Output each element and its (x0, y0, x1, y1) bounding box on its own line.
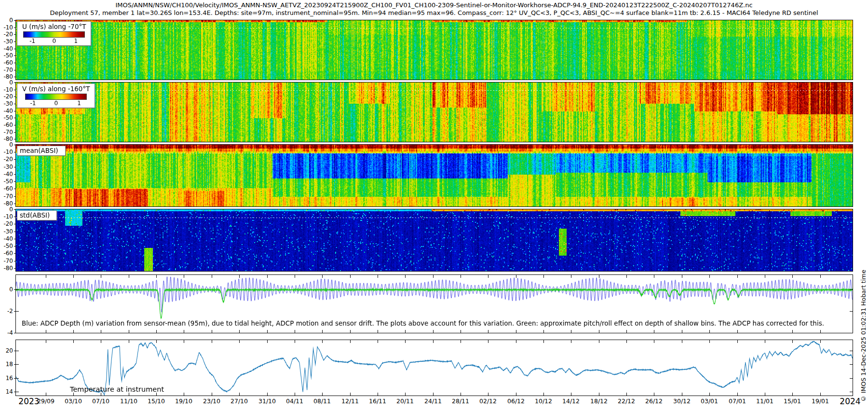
y-tick-mark (14, 152, 16, 152)
x-tick-label: 10/12 (530, 397, 556, 405)
v-colorbar-tick-0: 0 (54, 100, 58, 107)
v-velocity-heatmap-canvas (16, 82, 853, 142)
y-tick-mark (14, 217, 16, 217)
y-tick-mark (14, 132, 16, 133)
y-tick-mark (14, 253, 16, 254)
x-tick-label: 07/01 (724, 397, 750, 405)
y-tick-label: -20 (3, 220, 13, 227)
y-tick-label: -40 (3, 45, 13, 52)
u-colorbar-ticks: -1 0 1 (22, 38, 86, 44)
y-tick-label: -10 (3, 24, 13, 31)
y-tick-mark (14, 174, 16, 175)
x-tick-label: 03/10 (60, 397, 86, 405)
y-tick-label: 18 (6, 361, 13, 368)
y-tick-mark (14, 20, 16, 21)
y-tick-label: -20 (3, 93, 13, 100)
y-tick-mark (14, 49, 16, 49)
panel-depth-variation: Blue: ADCP Depth (m) variation from sens… (16, 275, 853, 333)
y-tick-label: -20 (3, 156, 13, 163)
v-colorbar-ticks: -1 0 1 (22, 100, 90, 107)
y-tick-label: 0 (9, 79, 13, 86)
y-tick-mark (14, 224, 16, 224)
y-tick-mark (14, 333, 16, 333)
y-tick-mark (14, 167, 16, 167)
temperature-label: Temperature at instrument (70, 385, 164, 393)
y-tick-label: -30 (3, 100, 13, 107)
x-tick-label: 11/01 (752, 397, 778, 405)
y-tick-mark (14, 189, 16, 189)
figure-subtitle: Deployment 57, member 1 lat=30.26S lon=1… (0, 9, 868, 16)
y-tick-mark (14, 232, 16, 232)
y-tick-label: -30 (3, 38, 13, 45)
y-tick-label: 14 (6, 388, 13, 395)
y-tick-mark (14, 55, 16, 56)
x-tick-label: 29/09 (33, 397, 59, 405)
y-tick-label: -10 (3, 86, 13, 93)
y-tick-mark (14, 82, 16, 83)
y-tick-mark (14, 392, 16, 392)
y-tick-label: -60 (3, 250, 13, 257)
x-tick-label: 03/01 (696, 397, 722, 405)
y-tick-mark (14, 125, 16, 125)
y-tick-mark (14, 104, 16, 104)
x-tick-label: 31/10 (254, 397, 280, 405)
x-tick-label: 12/11 (337, 397, 363, 405)
u-colorbar-tick-1: 1 (74, 38, 78, 44)
std-absi-label: std(ABSI) (17, 210, 57, 220)
y-tick-mark (14, 63, 16, 63)
x-tick-label: 11/10 (116, 397, 142, 405)
y-tick-label: -50 (3, 114, 13, 121)
x-tick-label: 24/11 (420, 397, 446, 405)
y-tick-label: -40 (3, 108, 13, 114)
x-tick-label: 07/10 (88, 397, 114, 405)
y-tick-label: 0 (9, 17, 13, 24)
y-tick-label: -50 (3, 243, 13, 249)
y-tick-label: 0 (9, 141, 13, 148)
y-tick-mark (14, 181, 16, 182)
y-tick-mark (14, 77, 16, 77)
v-colorbar-tick-1: 1 (77, 100, 81, 107)
y-tick-label: -10 (3, 213, 13, 220)
u-colorbar-tick-neg1: -1 (29, 38, 35, 44)
y-tick-label: -50 (3, 178, 13, 185)
y-tick-mark (14, 70, 16, 70)
std-absi-heatmap-canvas (16, 209, 853, 271)
x-tick-label: 19/01 (807, 397, 833, 405)
y-tick-mark (14, 246, 16, 246)
x-tick-label: 14/12 (558, 397, 584, 405)
y-tick-label: -30 (3, 228, 13, 235)
y-tick-label: 0 (9, 206, 13, 213)
y-tick-mark (14, 139, 16, 139)
x-axis-labels: 2023 2024 29/0903/1007/1011/1015/1019/10… (0, 396, 868, 408)
y-tick-mark (14, 261, 16, 261)
u-colorbar-tick-0: 0 (52, 38, 56, 44)
x-tick-label: 18/12 (586, 397, 612, 405)
y-tick-mark (14, 209, 16, 210)
y-tick-mark (14, 118, 16, 118)
u-colorbar-gradient (23, 31, 85, 38)
y-tick-label: -40 (3, 171, 13, 178)
v-colorbar-tick-neg1: -1 (30, 100, 36, 107)
panel-v-velocity: V (m/s) along -160°T -1 0 1 0-10-20-30-4… (16, 82, 853, 142)
y-tick-mark (14, 378, 16, 379)
x-tick-label: 15/10 (143, 397, 169, 405)
x-tick-label: 15/01 (779, 397, 805, 405)
y-tick-mark (14, 34, 16, 35)
y-tick-label: -20 (3, 31, 13, 38)
y-tick-label: -10 (3, 149, 13, 155)
y-tick-label: 16 (6, 375, 13, 382)
y-tick-label: -80 (3, 265, 13, 272)
y-tick-mark (14, 90, 16, 90)
y-tick-mark (14, 27, 16, 28)
u-legend-title: U (m/s) along -70°T (22, 23, 86, 30)
x-tick-label: 04/11 (282, 397, 308, 405)
y-tick-mark (14, 196, 16, 197)
x-tick-label: 08/11 (309, 397, 335, 405)
copyright-stamp: © IMOS 14-Dec-2025 01:02:31 Hobart time (860, 270, 867, 402)
x-tick-label: 19/10 (171, 397, 197, 405)
u-velocity-heatmap-canvas (16, 20, 853, 80)
y-tick-mark (14, 204, 16, 204)
y-tick-label: -30 (3, 164, 13, 170)
x-tick-label: 28/11 (448, 397, 474, 405)
y-tick-label: -60 (3, 59, 13, 66)
